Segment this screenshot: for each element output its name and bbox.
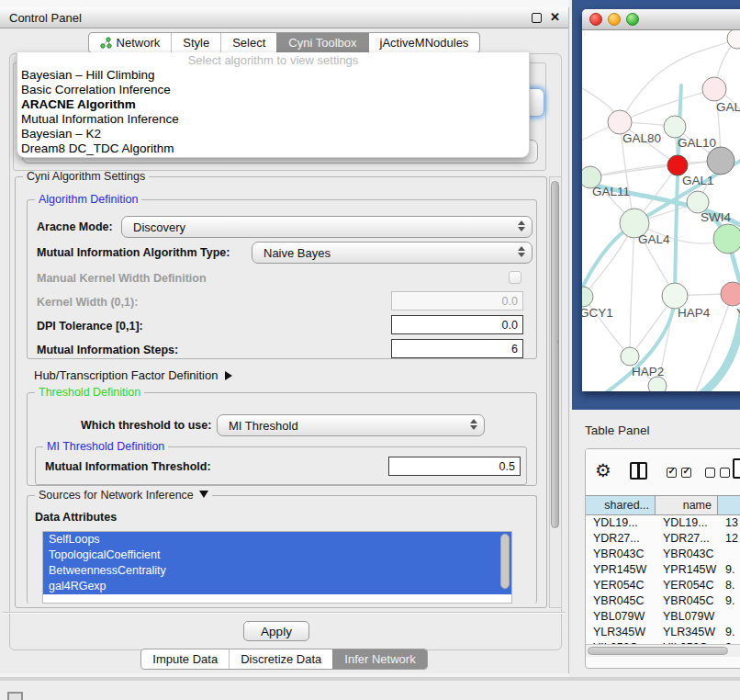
table-row[interactable]: YDL19...YDL19...13	[586, 515, 740, 531]
settings-scrollbar[interactable]	[549, 176, 562, 608]
attribute-item-betweennesscentrality[interactable]: BetweennessCentrality	[43, 563, 511, 579]
network-node[interactable]	[648, 377, 667, 391]
tab-select[interactable]: Select	[220, 33, 276, 52]
corner-button[interactable]	[7, 692, 23, 700]
new-table-icon[interactable]	[733, 458, 740, 479]
tab-network[interactable]: Network	[89, 33, 172, 52]
select-all-checkbox-icon[interactable]	[667, 468, 677, 478]
tab-impute-data[interactable]: Impute Data	[141, 649, 229, 669]
network-window-titlebar[interactable]	[582, 9, 740, 30]
close-traffic-light[interactable]	[589, 13, 602, 26]
network-node[interactable]	[662, 283, 688, 309]
table-row[interactable]: YBR043CYBR043C	[586, 547, 740, 562]
panel-divider	[2, 612, 566, 614]
network-node-label-gal10: GAL10	[678, 136, 716, 150]
network-node[interactable]	[582, 287, 593, 307]
close-icon[interactable]: ✕	[550, 10, 560, 24]
table-hscrollbar[interactable]	[586, 644, 740, 657]
mi-algorithm-type-select[interactable]: Naive Bayes	[252, 242, 533, 264]
column-header-name[interactable]: name	[656, 496, 718, 514]
table-cell: YPR145W	[586, 562, 656, 578]
splitpane-resize-handle[interactable]: ›	[556, 337, 559, 346]
tab-jactivemnodules[interactable]: jActiveMNodules	[368, 33, 480, 52]
apply-button[interactable]: Apply	[243, 621, 309, 641]
control-panel-tabbar: NetworkStyleSelectCyni ToolboxjActiveMNo…	[0, 32, 568, 53]
network-node[interactable]	[702, 77, 726, 101]
tab-label: Cyni Toolbox	[288, 36, 356, 50]
select-all-checkbox-icon[interactable]	[681, 468, 691, 478]
tab-label: Infer Network	[344, 652, 415, 666]
table-cell: YBL079W	[656, 609, 718, 625]
which-threshold-select[interactable]: MI Threshold	[217, 414, 485, 436]
table-row[interactable]: YDR27...YDR27...12	[586, 531, 740, 547]
network-node[interactable]	[664, 116, 686, 138]
network-node[interactable]	[621, 347, 639, 366]
table-row[interactable]: YLR345WYLR345W9.	[586, 625, 740, 640]
network-node-label-hap2: HAP2	[632, 365, 664, 378]
mi-steps-input[interactable]	[391, 339, 523, 358]
network-node[interactable]	[727, 30, 740, 49]
network-node[interactable]	[713, 224, 740, 254]
sources-legend[interactable]: Sources for Network Inference	[35, 489, 212, 502]
table-hscrollbar-thumb[interactable]	[588, 647, 728, 655]
table-cell: YLR345W	[586, 625, 656, 640]
algorithm-definition-group: Algorithm Definition Aracne Mode: Discov…	[27, 199, 537, 359]
table-cell: YBL079W	[586, 609, 656, 625]
split-columns-icon[interactable]	[630, 462, 647, 480]
algorithm-option-aracne-algorithm[interactable]: ARACNE Algorithm	[17, 97, 529, 112]
aracne-mode-select[interactable]: Discovery	[121, 216, 533, 238]
table-cell: YER054C	[586, 578, 656, 593]
column-header-a[interactable]: A	[718, 496, 740, 514]
deselect-all-checkbox-icon[interactable]	[705, 468, 715, 478]
tab-label: jActiveMNodules	[380, 36, 469, 50]
deselect-all-checkbox-icon[interactable]	[720, 468, 730, 478]
mi-steps-label: Mutual Information Steps:	[37, 344, 178, 356]
table-cell: 8.	[718, 578, 740, 593]
network-node-label-y: Y	[736, 306, 740, 320]
attribute-item-gal4rgexp[interactable]: gal4RGexp	[43, 579, 511, 594]
algorithm-option-dream8-dc-tdc-algorithm[interactable]: Dream8 DC_TDC Algorithm	[17, 141, 529, 156]
table-row[interactable]: YPR145WYPR145W9.	[586, 562, 740, 578]
attribute-item-selfloops[interactable]: SelfLoops	[43, 532, 511, 548]
network-node-label-swi4: SWI4	[701, 210, 731, 224]
network-node[interactable]	[667, 155, 688, 175]
mi-algorithm-type-label: Mutual Information Algorithm Type:	[37, 246, 230, 259]
dpi-tolerance-input[interactable]	[391, 315, 523, 334]
tab-cyni-toolbox[interactable]: Cyni Toolbox	[276, 33, 367, 52]
manual-kernel-width-checkbox[interactable]	[509, 271, 521, 284]
table-row[interactable]: YBR045CYBR045C9.	[586, 593, 740, 609]
column-header-shared-[interactable]: shared...	[586, 496, 656, 514]
hub-definition-toggle[interactable]: Hub/Transcription Factor Definition	[34, 368, 232, 382]
attributes-scrollbar[interactable]	[500, 534, 510, 589]
network-edge	[582, 159, 740, 299]
table-row[interactable]: YER054CYER054C8.	[586, 578, 740, 593]
network-node[interactable]	[707, 147, 734, 175]
network-node[interactable]	[721, 282, 740, 306]
tab-infer-network[interactable]: Infer Network	[332, 649, 426, 669]
settings-scrollbar-thumb[interactable]	[551, 181, 559, 528]
tab-style[interactable]: Style	[171, 33, 220, 52]
mi-threshold-input[interactable]	[388, 457, 521, 476]
float-window-icon[interactable]	[532, 13, 542, 23]
algorithm-option-mutual-information-inference[interactable]: Mutual Information Inference	[17, 112, 529, 127]
table-cell: YBR045C	[586, 593, 656, 609]
algorithm-option-bayesian-hill-climbing[interactable]: Bayesian – Hill Climbing	[17, 68, 529, 83]
data-attributes-label: Data Attributes	[35, 511, 117, 524]
algorithm-option-bayesian-k2[interactable]: Bayesian – K2	[17, 127, 529, 141]
network-node-label-gal: GAL	[716, 100, 740, 114]
attribute-item-topologicalcoefficient[interactable]: TopologicalCoefficient	[43, 548, 511, 563]
table-cell: YDL19...	[586, 515, 656, 531]
stepper-arrows-icon	[470, 419, 477, 430]
network-canvas[interactable]: GALGAL80GAL10GAL1GAL11GAL4SWI4GCY1HAP4YH…	[582, 30, 740, 391]
dpi-tolerance-label: DPI Tolerance [0,1]:	[37, 320, 143, 333]
tab-discretize-data[interactable]: Discretize Data	[229, 649, 332, 669]
table-row[interactable]: YBL079WYBL079W	[586, 609, 740, 625]
table-cell: 9.	[718, 625, 740, 640]
algorithm-option-basic-correlation-inference[interactable]: Basic Correlation Inference	[17, 83, 529, 97]
zoom-traffic-light[interactable]	[626, 13, 639, 26]
app-root: Control Panel ✕ NetworkStyleSelectCyni T…	[0, 0, 740, 700]
minimize-traffic-light[interactable]	[608, 13, 621, 26]
mi-algorithm-type-value: Naive Bayes	[263, 246, 331, 260]
control-panel-title: Control Panel	[9, 11, 82, 25]
gear-icon[interactable]: ⚙	[595, 459, 611, 481]
